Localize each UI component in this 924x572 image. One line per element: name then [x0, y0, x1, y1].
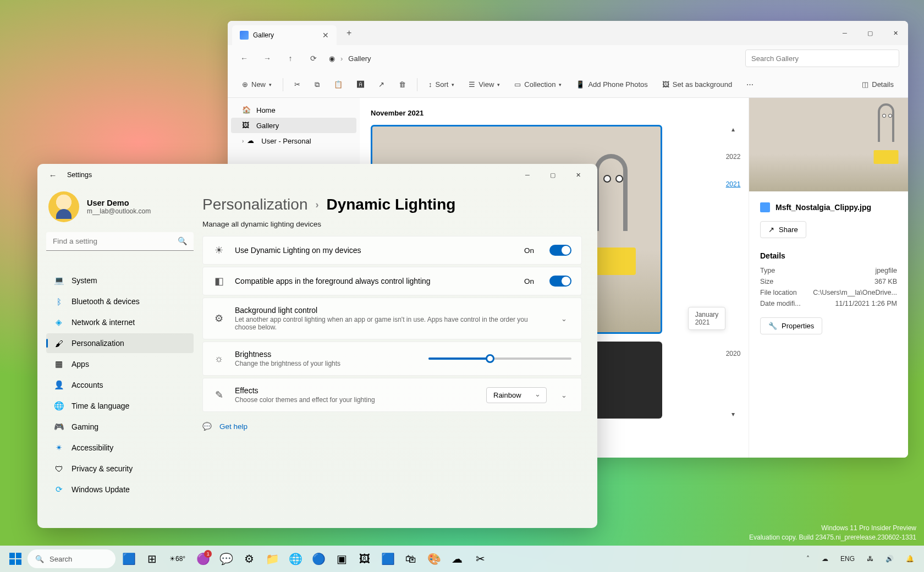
properties-button[interactable]: 🔧Properties — [760, 317, 822, 334]
brightness-slider[interactable] — [428, 358, 571, 360]
timeline-year[interactable]: 2020 — [726, 350, 741, 358]
start-button[interactable] — [7, 550, 24, 568]
card-effects[interactable]: ✎ Effects Choose color themes and effect… — [202, 378, 582, 412]
nav-update[interactable]: ⟳Windows Update — [46, 480, 194, 499]
nav-time[interactable]: 🌐Time & language — [46, 396, 194, 416]
cut-button[interactable]: ✂ — [289, 77, 306, 92]
tray-volume-icon[interactable]: 🔊 — [882, 553, 897, 565]
tray-language[interactable]: ENG — [837, 553, 858, 565]
toggle-compatible-apps[interactable] — [549, 276, 571, 287]
tray-onedrive-icon[interactable]: ☁ — [818, 553, 832, 565]
settings-search-input[interactable] — [46, 232, 194, 251]
photos-app[interactable]: 🖼 — [355, 549, 375, 569]
weather-widget[interactable]: ☀68° — [165, 549, 190, 569]
sort-button[interactable]: ↕Sort▾ — [423, 77, 460, 92]
maximize-button[interactable]: ▢ — [540, 165, 565, 185]
breadcrumb[interactable]: ◉ › Gallery — [329, 54, 738, 63]
nav-network[interactable]: ◈Network & internet — [46, 312, 194, 332]
user-profile[interactable]: User Demo m__lab@outlook.com — [48, 191, 194, 222]
jpeg-icon — [760, 202, 770, 212]
rename-button[interactable]: 🅰 — [351, 77, 370, 92]
new-button[interactable]: ⊕New▾ — [237, 77, 277, 92]
year-timeline[interactable]: ▴ 2022 2021 January 2021 2020 ▾ — [718, 98, 749, 458]
maximize-button[interactable]: ▢ — [857, 21, 883, 45]
minimize-button[interactable]: ─ — [832, 21, 857, 45]
add-phone-button[interactable]: 📱Add Phone Photos — [570, 77, 653, 92]
timeline-up-icon[interactable]: ▴ — [732, 125, 735, 133]
close-button[interactable]: ✕ — [565, 165, 591, 185]
location-icon: ◉ — [329, 54, 335, 63]
nav-bluetooth[interactable]: ᛒBluetooth & devices — [46, 292, 194, 311]
settings-window: ← Settings ─ ▢ ✕ User Demo m__lab@outloo… — [37, 164, 597, 528]
view-button[interactable]: ☰View▾ — [463, 77, 505, 92]
get-help-link[interactable]: Get help — [219, 422, 248, 431]
tray-network-icon[interactable]: 🖧 — [864, 553, 877, 565]
onedrive-icon: ☁ — [247, 136, 256, 145]
chevron-down-icon[interactable]: ⌄ — [557, 389, 571, 402]
search-input[interactable] — [745, 50, 899, 67]
breadcrumb-parent[interactable]: Personalization — [202, 196, 307, 213]
page-subhead: Manage all dynamic lighting devices — [202, 220, 582, 228]
nav-gaming[interactable]: 🎮Gaming — [46, 417, 194, 437]
plus-icon: ⊕ — [242, 80, 248, 89]
close-button[interactable]: ✕ — [883, 21, 908, 45]
explorer-tab[interactable]: Gallery ✕ — [232, 25, 337, 45]
home-icon: 🏠 — [242, 106, 251, 114]
edge-app[interactable]: 🌐 — [285, 549, 305, 569]
chrome-app[interactable]: 🔵 — [309, 549, 328, 569]
forward-button[interactable]: → — [260, 51, 275, 66]
chevron-down-icon[interactable]: ⌄ — [557, 312, 571, 325]
effects-dropdown[interactable]: Rainbow — [486, 387, 547, 403]
nav-accounts[interactable]: 👤Accounts — [46, 375, 194, 395]
delete-button[interactable]: 🗑 — [393, 77, 411, 92]
file-explorer-app[interactable]: 📁 — [262, 549, 282, 569]
cloud-app[interactable]: ☁ — [447, 549, 467, 569]
collection-icon: ▭ — [514, 80, 521, 89]
details-pane-button[interactable]: ◫Details — [856, 77, 899, 92]
share-button[interactable]: ↗Share — [760, 221, 806, 238]
chat-button[interactable]: 💬 — [216, 549, 236, 569]
set-background-button[interactable]: 🖼Set as background — [657, 77, 738, 92]
nav-system[interactable]: 💻System — [46, 271, 194, 290]
collection-button[interactable]: ▭Collection▾ — [509, 77, 567, 92]
settings-app[interactable]: ⚙ — [239, 549, 259, 569]
share-button[interactable]: ↗ — [373, 77, 390, 92]
sidebar-gallery[interactable]: 🖼Gallery — [231, 118, 356, 133]
copy-button[interactable]: ⧉ — [309, 77, 325, 92]
minimize-button[interactable]: ─ — [515, 165, 540, 185]
paste-button[interactable]: 📋 — [328, 77, 348, 92]
toggle-dynamic-lighting[interactable] — [549, 245, 571, 256]
timeline-down-icon[interactable]: ▾ — [732, 410, 735, 418]
back-button[interactable]: ← — [44, 166, 62, 184]
back-button[interactable]: ← — [237, 51, 252, 66]
timeline-year[interactable]: 2022 — [726, 153, 741, 161]
snip-app[interactable]: ✂ — [470, 549, 490, 569]
task-view-button[interactable]: ⊞ — [142, 549, 162, 569]
more-button[interactable]: ⋯ — [741, 77, 759, 92]
vm-app[interactable]: 🟦 — [378, 549, 398, 569]
nav-personalization[interactable]: 🖌Personalization — [46, 333, 194, 353]
close-tab-icon[interactable]: ✕ — [322, 31, 329, 40]
terminal-app[interactable]: ▣ — [332, 549, 351, 569]
paint-app[interactable]: 🎨 — [424, 549, 444, 569]
store-app[interactable]: 🛍 — [401, 549, 421, 569]
new-tab-button[interactable]: + — [346, 28, 351, 38]
card-background-light[interactable]: ⚙ Background light control Let another a… — [202, 298, 582, 339]
sidebar-user[interactable]: ›☁User - Personal — [231, 133, 356, 148]
sidebar-home[interactable]: 🏠Home — [231, 102, 356, 118]
details-pane: Msft_Nostalgia_Clippy.jpg ↗Share Details… — [749, 98, 908, 458]
refresh-button[interactable]: ⟳ — [306, 51, 321, 66]
nav-privacy[interactable]: 🛡Privacy & security — [46, 459, 194, 479]
taskbar-search[interactable]: 🔍Search — [28, 549, 116, 568]
nav-accessibility[interactable]: ✴Accessibility — [46, 438, 194, 458]
card-use-dynamic-lighting: ☀ Use Dynamic Lighting on my devices On — [202, 236, 582, 265]
tray-chevron-icon[interactable]: ˄ — [803, 553, 813, 565]
widgets-button[interactable]: 🟦 — [119, 549, 139, 569]
person-icon: 👤 — [54, 380, 64, 390]
nav-apps[interactable]: ▦Apps — [46, 354, 194, 374]
up-button[interactable]: ↑ — [283, 51, 298, 66]
timeline-year[interactable]: 2021 — [726, 180, 741, 188]
tray-notification-icon[interactable]: 🔔 — [903, 553, 917, 565]
copilot-button[interactable]: 🟣1 — [193, 549, 213, 569]
details-icon: ◫ — [862, 80, 868, 89]
